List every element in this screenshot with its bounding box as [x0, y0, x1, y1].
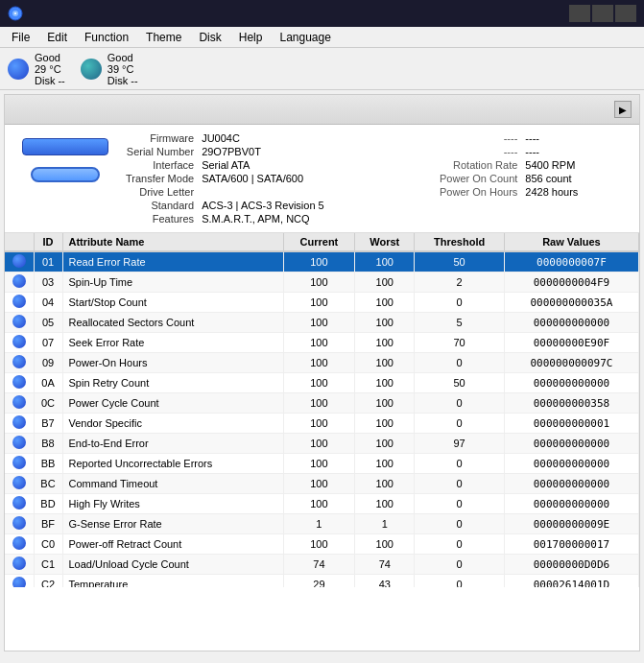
svg-point-2: [14, 12, 16, 14]
stats-panel: ----------------Rotation Rate5400 RPMPow…: [440, 132, 632, 225]
expand-button[interactable]: ▶: [614, 101, 632, 118]
row-id: BF: [34, 514, 62, 534]
row-status-icon: [12, 295, 26, 308]
row-worst: 100: [355, 353, 415, 373]
row-current: 74: [283, 555, 355, 575]
row-raw: 001700000017: [504, 534, 638, 555]
detail-label-standard: Standard: [126, 200, 194, 211]
row-threshold: 0: [415, 494, 505, 514]
details-panel: FirmwareJU004CSerial Number29O7PBV0TInte…: [126, 132, 432, 225]
smart-table-container[interactable]: ID Attribute Name Current Worst Threshol…: [5, 233, 639, 587]
detail-label-firmware: Firmware: [126, 132, 194, 144]
table-row[interactable]: 04 Start/Stop Count 100 100 0 0000000000…: [5, 293, 639, 313]
maximize-button[interactable]: [592, 5, 613, 22]
menu-item-function[interactable]: Function: [77, 29, 136, 46]
row-id: 03: [34, 272, 62, 293]
row-id: 07: [34, 333, 62, 353]
row-id: 0A: [34, 373, 62, 393]
row-current: 100: [283, 313, 355, 333]
table-body: 01 Read Error Rate 100 100 50 0000000007…: [5, 251, 639, 587]
detail-label-transfer-mode: Transfer Mode: [126, 173, 194, 184]
table-row[interactable]: 07 Seek Error Rate 100 100 70 00000000E9…: [5, 333, 639, 353]
table-row[interactable]: 0A Spin Retry Count 100 100 50 000000000…: [5, 373, 639, 393]
row-status-icon: [12, 577, 26, 587]
row-icon-cell: [5, 575, 34, 588]
row-worst: 100: [355, 373, 415, 393]
col-icon: [5, 233, 34, 251]
menu-item-file[interactable]: File: [4, 29, 37, 46]
table-row[interactable]: 09 Power-On Hours 100 100 0 000000000097…: [5, 353, 639, 373]
table-row[interactable]: BF G-Sense Error Rate 1 1 0 00000000009E: [5, 514, 639, 534]
drive-circle: [81, 59, 102, 80]
table-row[interactable]: BC Command Timeout 100 100 0 00000000000…: [5, 474, 639, 494]
table-row[interactable]: 01 Read Error Rate 100 100 50 0000000007…: [5, 251, 639, 272]
row-id: 09: [34, 353, 62, 373]
row-icon-cell: [5, 393, 34, 414]
detail-value-serial-number: 29O7PBV0T: [202, 146, 432, 157]
menu-item-edit[interactable]: Edit: [39, 29, 75, 46]
main-content: ▶ FirmwareJU004CSerial Number29O7PBV0TIn…: [4, 94, 640, 651]
table-row[interactable]: C0 Power-off Retract Count 100 100 0 001…: [5, 534, 639, 555]
table-row[interactable]: B7 Vendor Specific 100 100 0 00000000000…: [5, 414, 639, 434]
minimize-button[interactable]: [569, 5, 590, 22]
row-current: 29: [283, 575, 355, 588]
table-row[interactable]: 03 Spin-Up Time 100 100 2 0000000004F9: [5, 272, 639, 293]
row-worst: 100: [355, 272, 415, 293]
row-raw: 000000000097C: [504, 353, 638, 373]
table-row[interactable]: B8 End-to-End Error 100 100 97 000000000…: [5, 434, 639, 454]
table-row[interactable]: C1 Load/Unload Cycle Count 74 74 0 00000…: [5, 555, 639, 575]
table-row[interactable]: C2 Temperature 29 43 0 00002614001D: [5, 575, 639, 588]
row-raw: 000000000000: [504, 454, 638, 474]
row-current: 1: [283, 514, 355, 534]
row-current: 100: [283, 534, 355, 555]
row-worst: 100: [355, 534, 415, 555]
row-worst: 100: [355, 393, 415, 414]
close-button[interactable]: [615, 5, 636, 22]
row-worst: 43: [355, 575, 415, 588]
row-current: 100: [283, 434, 355, 454]
drive-item-drive1[interactable]: Good 29 °C Disk --: [8, 52, 65, 86]
row-raw: 000000000001: [504, 414, 638, 434]
app-icon: [8, 6, 23, 21]
row-threshold: 5: [415, 313, 505, 333]
row-current: 100: [283, 474, 355, 494]
row-id: C2: [34, 575, 62, 588]
table-row[interactable]: BD High Fly Writes 100 100 0 00000000000…: [5, 494, 639, 514]
menu-item-help[interactable]: Help: [231, 29, 271, 46]
detail-value-features: S.M.A.R.T., APM, NCQ: [202, 213, 432, 225]
row-icon-cell: [5, 251, 34, 272]
table-row[interactable]: BB Reported Uncorrectable Errors 100 100…: [5, 454, 639, 474]
menu-item-theme[interactable]: Theme: [138, 29, 189, 46]
drive-item-drive2[interactable]: Good 39 °C Disk --: [81, 52, 138, 86]
row-worst: 74: [355, 555, 415, 575]
disk-header: ▶: [5, 95, 639, 125]
row-status-icon: [12, 274, 26, 288]
row-icon-cell: [5, 454, 34, 474]
table-row[interactable]: 05 Reallocated Sectors Count 100 100 5 0…: [5, 313, 639, 333]
row-status-icon: [12, 335, 26, 348]
col-id: ID: [34, 233, 62, 251]
row-status-icon: [12, 456, 26, 469]
row-icon-cell: [5, 474, 34, 494]
drive-disk: Disk --: [107, 75, 138, 86]
row-status-icon: [12, 415, 26, 429]
row-raw: 00000000009E: [504, 514, 638, 534]
row-name: Power Cycle Count: [62, 393, 283, 414]
row-threshold: 0: [415, 555, 505, 575]
row-name: Spin Retry Count: [62, 373, 283, 393]
row-icon-cell: [5, 555, 34, 575]
row-threshold: 0: [415, 514, 505, 534]
table-row[interactable]: 0C Power Cycle Count 100 100 0 000000000…: [5, 393, 639, 414]
row-threshold: 0: [415, 414, 505, 434]
menu-item-language[interactable]: Language: [272, 29, 338, 46]
row-raw: 000000000000: [504, 373, 638, 393]
drive-info: Good 39 °C Disk --: [107, 52, 138, 86]
row-threshold: 50: [415, 251, 505, 272]
window-controls: [569, 5, 636, 22]
row-icon-cell: [5, 293, 34, 313]
row-threshold: 0: [415, 534, 505, 555]
menu-item-disk[interactable]: Disk: [191, 29, 228, 46]
row-raw: 00000000E90F: [504, 333, 638, 353]
row-name: Temperature: [62, 575, 283, 588]
row-name: End-to-End Error: [62, 434, 283, 454]
